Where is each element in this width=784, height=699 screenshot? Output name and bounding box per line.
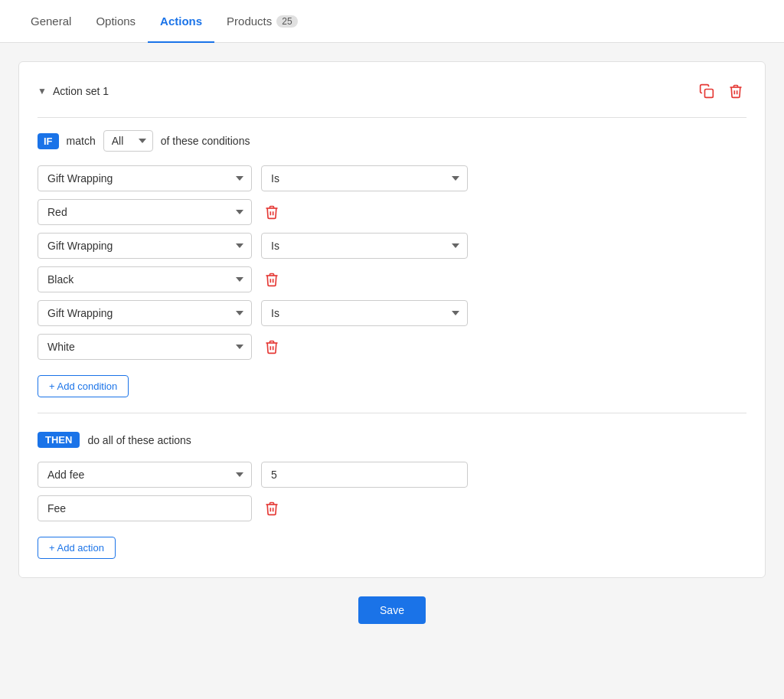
condition-value-3[interactable]: White Red Black: [38, 334, 252, 360]
action-set-card: ▼ Action set 1: [18, 61, 766, 578]
condition-row-1a: Gift Wrapping Is Is not: [38, 165, 746, 191]
actions-section: THEN do all of these actions Add fee: [38, 432, 746, 559]
condition-header: IF match All Any of these conditions: [38, 130, 746, 152]
then-text: do all of these actions: [87, 434, 191, 446]
of-these-conditions-text: of these conditions: [161, 135, 250, 147]
page-content: ▼ Action set 1: [0, 43, 784, 642]
card-title: Action set 1: [53, 85, 109, 97]
tab-options-label: Options: [96, 15, 136, 28]
then-header: THEN do all of these actions: [38, 432, 746, 448]
condition-value-1[interactable]: Red Black White: [38, 199, 252, 225]
card-header: ▼ Action set 1: [38, 80, 746, 102]
trash-condition-1-icon: [264, 204, 279, 220]
trash-condition-2-icon: [264, 272, 279, 287]
tab-actions[interactable]: Actions: [148, 0, 214, 43]
trash-condition-3-icon: [264, 339, 279, 354]
products-badge: 25: [276, 15, 297, 28]
condition-operator-1[interactable]: Is Is not: [261, 165, 468, 191]
section-divider: [38, 413, 746, 413]
bottom-save-area: Save: [18, 596, 766, 624]
condition-row-3a: Gift Wrapping Is Is not: [38, 300, 746, 326]
match-label: match: [67, 135, 96, 147]
condition-row-2b: Black Red White: [38, 266, 746, 292]
copy-icon: [699, 83, 714, 99]
condition-group-3: Gift Wrapping Is Is not White Red Black: [38, 300, 746, 360]
action-value-input-1[interactable]: [261, 462, 468, 488]
if-badge: IF: [38, 133, 59, 149]
tab-products-label: Products: [227, 15, 272, 28]
condition-operator-3[interactable]: Is Is not: [261, 300, 468, 326]
tab-general[interactable]: General: [18, 0, 83, 43]
tabs-bar: General Options Actions Products 25: [0, 0, 784, 43]
condition-row-1b: Red Black White: [38, 199, 746, 225]
action-row-1: Add fee: [38, 462, 746, 488]
card-header-right: [696, 80, 746, 102]
trash-action-1-icon: [264, 501, 279, 516]
condition-field1-1[interactable]: Gift Wrapping: [38, 165, 252, 191]
save-button[interactable]: Save: [358, 596, 426, 624]
tab-products[interactable]: Products 25: [214, 0, 310, 43]
then-badge: THEN: [38, 432, 80, 448]
header-divider: [38, 117, 746, 118]
condition-field1-2[interactable]: Gift Wrapping: [38, 233, 252, 259]
trash-icon: [728, 83, 743, 99]
delete-action-1-button[interactable]: [261, 498, 283, 519]
tab-general-label: General: [31, 15, 71, 28]
copy-action-set-button[interactable]: [696, 80, 717, 102]
delete-condition-1-button[interactable]: [261, 201, 283, 223]
tab-options[interactable]: Options: [83, 0, 148, 43]
condition-group-2: Gift Wrapping Is Is not Black Red White: [38, 233, 746, 292]
collapse-chevron-icon[interactable]: ▼: [38, 86, 47, 96]
condition-operator-2[interactable]: Is Is not: [261, 233, 468, 259]
condition-group-1: Gift Wrapping Is Is not Red Black White: [38, 165, 746, 225]
svg-rect-0: [705, 90, 714, 98]
delete-condition-2-button[interactable]: [261, 269, 283, 290]
add-action-button[interactable]: + Add action: [38, 537, 116, 559]
condition-field1-3[interactable]: Gift Wrapping: [38, 300, 252, 326]
match-select[interactable]: All Any: [103, 130, 153, 152]
add-condition-button[interactable]: + Add condition: [38, 375, 129, 397]
tab-actions-label: Actions: [160, 15, 202, 28]
condition-row-2a: Gift Wrapping Is Is not: [38, 233, 746, 259]
delete-condition-3-button[interactable]: [261, 336, 283, 358]
card-header-left: ▼ Action set 1: [38, 85, 109, 97]
condition-value-2[interactable]: Black Red White: [38, 266, 252, 292]
action-row-1b: [38, 495, 746, 521]
action-type-select-1[interactable]: Add fee: [38, 462, 252, 488]
delete-action-set-button[interactable]: [725, 80, 746, 102]
action-label-input-1[interactable]: [38, 495, 252, 521]
condition-row-3b: White Red Black: [38, 334, 746, 360]
